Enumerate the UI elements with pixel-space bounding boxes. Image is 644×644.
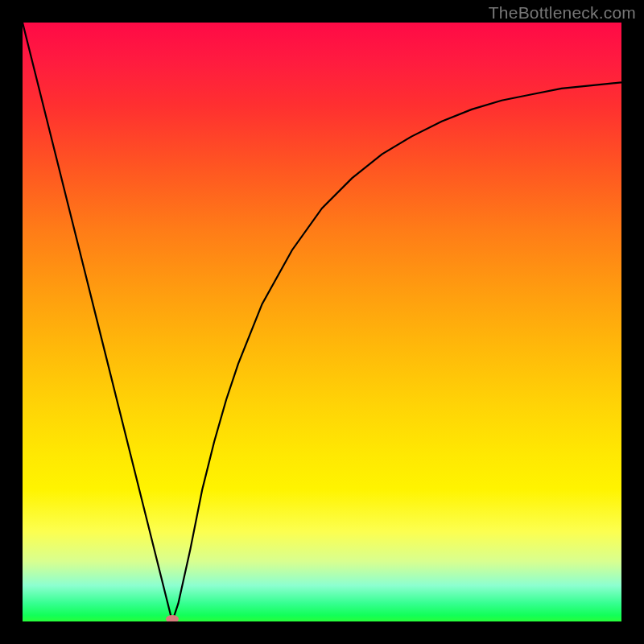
- watermark-text: TheBottleneck.com: [489, 3, 636, 23]
- plot-area: [23, 23, 621, 621]
- chart-frame: TheBottleneck.com: [0, 0, 644, 644]
- bottleneck-curve: [23, 23, 621, 621]
- minimum-marker: [166, 615, 179, 621]
- chart-svg: [23, 23, 621, 621]
